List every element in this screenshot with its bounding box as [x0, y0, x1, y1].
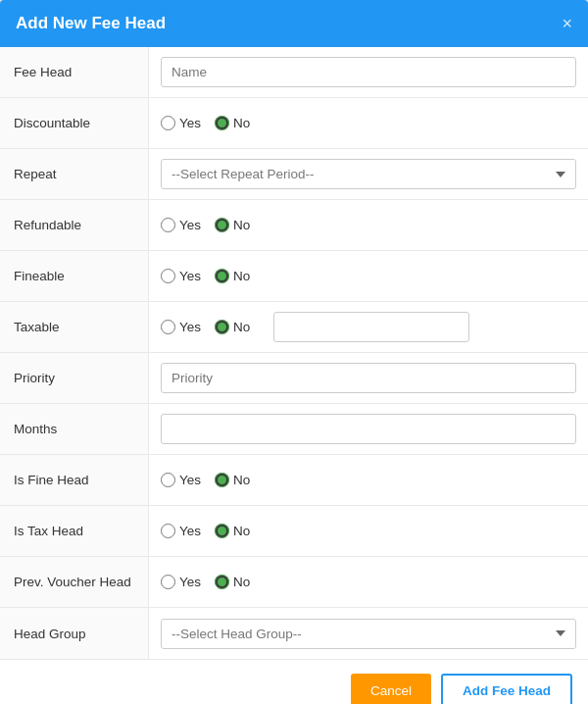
label-is-fine-head: Is Fine Head: [0, 455, 149, 505]
label-discountable: Discountable: [0, 98, 149, 148]
fineable-yes-radio[interactable]: [161, 269, 175, 283]
row-discountable: Discountable Yes No: [0, 98, 588, 149]
row-months: Months: [0, 404, 588, 455]
taxable-no-label[interactable]: No: [215, 320, 250, 334]
radio-prev-voucher-head: Yes No: [161, 575, 258, 589]
field-taxable: Yes No: [149, 304, 588, 350]
head-group-select[interactable]: --Select Head Group--: [161, 619, 576, 649]
is-fine-head-yes-text: Yes: [179, 473, 201, 487]
fineable-yes-text: Yes: [179, 269, 201, 283]
is-fine-head-yes-radio[interactable]: [161, 473, 175, 487]
field-discountable: Yes No: [149, 108, 588, 138]
field-months: [149, 406, 588, 452]
refundable-yes-text: Yes: [179, 218, 201, 232]
refundable-no-radio[interactable]: [215, 218, 229, 232]
row-is-fine-head: Is Fine Head Yes No: [0, 455, 588, 506]
field-fee-head: [149, 49, 588, 95]
taxable-yes-radio[interactable]: [161, 320, 175, 334]
is-tax-head-no-text: No: [233, 524, 250, 538]
refundable-no-text: No: [233, 218, 250, 232]
field-prev-voucher-head: Yes No: [149, 567, 588, 597]
field-head-group: --Select Head Group--: [149, 611, 588, 657]
label-refundable: Refundable: [0, 200, 149, 250]
refundable-yes-label[interactable]: Yes: [161, 218, 201, 232]
label-months: Months: [0, 404, 149, 454]
is-fine-head-no-label[interactable]: No: [215, 473, 250, 487]
close-button[interactable]: ×: [562, 15, 572, 32]
row-head-group: Head Group --Select Head Group--: [0, 608, 588, 659]
row-refundable: Refundable Yes No: [0, 200, 588, 251]
discountable-yes-label[interactable]: Yes: [161, 116, 201, 130]
row-priority: Priority: [0, 353, 588, 404]
label-priority: Priority: [0, 353, 149, 403]
is-fine-head-yes-label[interactable]: Yes: [161, 473, 201, 487]
prev-voucher-no-radio[interactable]: [215, 575, 229, 589]
label-taxable: Taxable: [0, 302, 149, 352]
taxable-no-radio[interactable]: [215, 320, 229, 334]
is-tax-head-yes-label[interactable]: Yes: [161, 524, 201, 538]
modal-footer: Cancel Add Fee Head: [0, 659, 588, 704]
taxable-no-text: No: [233, 320, 250, 334]
label-fineable: Fineable: [0, 251, 149, 301]
fineable-no-text: No: [233, 269, 250, 283]
is-tax-head-yes-text: Yes: [179, 524, 201, 538]
taxable-yes-text: Yes: [179, 320, 201, 334]
prev-voucher-no-text: No: [233, 575, 250, 589]
field-is-fine-head: Yes No: [149, 465, 588, 495]
cancel-button[interactable]: Cancel: [351, 674, 431, 704]
field-fineable: Yes No: [149, 261, 588, 291]
modal-header: Add New Fee Head ×: [0, 0, 588, 47]
modal-body: Fee Head Discountable Yes No: [0, 47, 588, 659]
field-priority: [149, 355, 588, 401]
add-fee-head-button[interactable]: Add Fee Head: [441, 674, 572, 704]
discountable-yes-radio[interactable]: [161, 116, 175, 130]
priority-input[interactable]: [161, 363, 576, 393]
refundable-yes-radio[interactable]: [161, 218, 175, 232]
discountable-no-label[interactable]: No: [215, 116, 250, 130]
months-input[interactable]: [161, 414, 576, 444]
modal-add-fee-head: Add New Fee Head × Fee Head Discountable…: [0, 0, 588, 704]
is-fine-head-no-radio[interactable]: [215, 473, 229, 487]
is-tax-head-yes-radio[interactable]: [161, 524, 175, 538]
modal-title: Add New Fee Head: [16, 14, 166, 33]
label-repeat: Repeat: [0, 149, 149, 199]
fee-head-input[interactable]: [161, 57, 576, 87]
field-is-tax-head: Yes No: [149, 516, 588, 546]
taxable-extra-input[interactable]: [273, 312, 469, 342]
row-fee-head: Fee Head: [0, 47, 588, 98]
taxable-yes-label[interactable]: Yes: [161, 320, 201, 334]
row-repeat: Repeat --Select Repeat Period-- Monthly …: [0, 149, 588, 200]
radio-refundable: Yes No: [161, 218, 258, 232]
prev-voucher-yes-label[interactable]: Yes: [161, 575, 201, 589]
fineable-no-label[interactable]: No: [215, 269, 250, 283]
field-refundable: Yes No: [149, 210, 588, 240]
radio-taxable: Yes No: [161, 320, 258, 334]
fineable-yes-label[interactable]: Yes: [161, 269, 201, 283]
label-fee-head: Fee Head: [0, 47, 149, 97]
discountable-no-text: No: [233, 116, 250, 130]
row-prev-voucher-head: Prev. Voucher Head Yes No: [0, 557, 588, 608]
discountable-yes-text: Yes: [179, 116, 201, 130]
is-fine-head-no-text: No: [233, 473, 250, 487]
prev-voucher-yes-radio[interactable]: [161, 575, 175, 589]
label-prev-voucher-head: Prev. Voucher Head: [0, 557, 149, 607]
row-taxable: Taxable Yes No: [0, 302, 588, 353]
row-fineable: Fineable Yes No: [0, 251, 588, 302]
discountable-no-radio[interactable]: [215, 116, 229, 130]
is-tax-head-no-label[interactable]: No: [215, 524, 250, 538]
radio-is-fine-head: Yes No: [161, 473, 258, 487]
is-tax-head-no-radio[interactable]: [215, 524, 229, 538]
fineable-no-radio[interactable]: [215, 269, 229, 283]
refundable-no-label[interactable]: No: [215, 218, 250, 232]
prev-voucher-yes-text: Yes: [179, 575, 201, 589]
field-repeat: --Select Repeat Period-- Monthly Quarter…: [149, 151, 588, 197]
radio-fineable: Yes No: [161, 269, 258, 283]
radio-is-tax-head: Yes No: [161, 524, 258, 538]
label-is-tax-head: Is Tax Head: [0, 506, 149, 556]
radio-discountable: Yes No: [161, 116, 258, 130]
label-head-group: Head Group: [0, 608, 149, 659]
row-is-tax-head: Is Tax Head Yes No: [0, 506, 588, 557]
prev-voucher-no-label[interactable]: No: [215, 575, 250, 589]
repeat-select[interactable]: --Select Repeat Period-- Monthly Quarter…: [161, 159, 576, 189]
